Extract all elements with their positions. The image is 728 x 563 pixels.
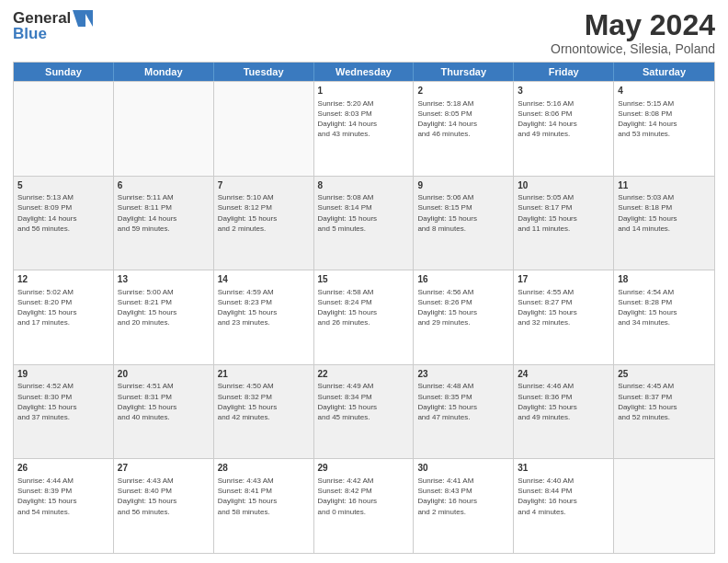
cal-week-4: 19Sunrise: 4:52 AM Sunset: 8:30 PM Dayli… — [14, 364, 714, 459]
day-number: 11 — [618, 179, 711, 192]
day-number: 18 — [618, 273, 711, 286]
day-number: 25 — [618, 368, 711, 381]
cal-cell: 11Sunrise: 5:03 AM Sunset: 8:18 PM Dayli… — [614, 177, 714, 270]
cal-cell — [114, 82, 214, 176]
cal-header-friday: Friday — [514, 63, 614, 81]
day-number: 10 — [518, 179, 609, 192]
day-info: Sunrise: 5:10 AM Sunset: 8:12 PM Dayligh… — [218, 192, 310, 234]
cal-cell: 28Sunrise: 4:43 AM Sunset: 8:41 PM Dayli… — [214, 459, 314, 553]
day-number: 3 — [518, 85, 609, 98]
day-number: 31 — [518, 462, 609, 475]
day-info: Sunrise: 4:59 AM Sunset: 8:23 PM Dayligh… — [218, 287, 310, 328]
day-info: Sunrise: 5:08 AM Sunset: 8:14 PM Dayligh… — [318, 192, 410, 234]
cal-cell: 2Sunrise: 5:18 AM Sunset: 8:05 PM Daylig… — [414, 82, 514, 176]
logo-icon — [73, 10, 93, 27]
cal-cell: 17Sunrise: 4:55 AM Sunset: 8:27 PM Dayli… — [514, 270, 614, 364]
day-info: Sunrise: 4:44 AM Sunset: 8:39 PM Dayligh… — [17, 476, 109, 517]
cal-cell: 9Sunrise: 5:06 AM Sunset: 8:15 PM Daylig… — [414, 177, 514, 270]
day-number: 16 — [417, 273, 509, 286]
day-number: 13 — [118, 273, 210, 286]
day-number: 28 — [218, 462, 310, 475]
day-number: 6 — [118, 179, 210, 192]
cal-cell: 22Sunrise: 4:49 AM Sunset: 8:34 PM Dayli… — [314, 365, 415, 459]
day-number: 9 — [417, 179, 509, 192]
cal-cell: 16Sunrise: 4:56 AM Sunset: 8:26 PM Dayli… — [414, 270, 514, 364]
cal-header-saturday: Saturday — [614, 63, 714, 81]
day-number: 19 — [17, 368, 109, 381]
cal-cell: 1Sunrise: 5:20 AM Sunset: 8:03 PM Daylig… — [314, 82, 415, 176]
cal-cell: 6Sunrise: 5:11 AM Sunset: 8:11 PM Daylig… — [114, 177, 214, 270]
day-info: Sunrise: 4:51 AM Sunset: 8:31 PM Dayligh… — [118, 381, 210, 422]
day-info: Sunrise: 5:00 AM Sunset: 8:21 PM Dayligh… — [118, 287, 210, 328]
day-info: Sunrise: 4:49 AM Sunset: 8:34 PM Dayligh… — [318, 381, 410, 422]
day-number: 29 — [318, 462, 410, 475]
day-info: Sunrise: 5:16 AM Sunset: 8:06 PM Dayligh… — [518, 98, 609, 140]
day-info: Sunrise: 5:11 AM Sunset: 8:11 PM Dayligh… — [118, 192, 210, 234]
calendar-header: SundayMondayTuesdayWednesdayThursdayFrid… — [14, 63, 714, 81]
cal-cell: 26Sunrise: 4:44 AM Sunset: 8:39 PM Dayli… — [14, 459, 114, 553]
day-info: Sunrise: 4:54 AM Sunset: 8:28 PM Dayligh… — [618, 287, 711, 328]
cal-week-2: 5Sunrise: 5:13 AM Sunset: 8:09 PM Daylig… — [14, 176, 714, 270]
day-info: Sunrise: 4:58 AM Sunset: 8:24 PM Dayligh… — [318, 287, 410, 328]
cal-header-monday: Monday — [114, 63, 214, 81]
cal-cell: 30Sunrise: 4:41 AM Sunset: 8:43 PM Dayli… — [414, 459, 514, 553]
cal-cell: 23Sunrise: 4:48 AM Sunset: 8:35 PM Dayli… — [414, 365, 514, 459]
day-info: Sunrise: 4:55 AM Sunset: 8:27 PM Dayligh… — [518, 287, 609, 328]
cal-header-wednesday: Wednesday — [314, 63, 415, 81]
cal-cell: 13Sunrise: 5:00 AM Sunset: 8:21 PM Dayli… — [114, 270, 214, 364]
day-info: Sunrise: 5:15 AM Sunset: 8:08 PM Dayligh… — [618, 98, 711, 140]
day-number: 24 — [518, 368, 609, 381]
cal-week-3: 12Sunrise: 5:02 AM Sunset: 8:20 PM Dayli… — [14, 270, 714, 364]
cal-cell: 3Sunrise: 5:16 AM Sunset: 8:06 PM Daylig… — [514, 82, 614, 176]
cal-cell: 24Sunrise: 4:46 AM Sunset: 8:36 PM Dayli… — [514, 365, 614, 459]
cal-cell: 12Sunrise: 5:02 AM Sunset: 8:20 PM Dayli… — [14, 270, 114, 364]
cal-cell: 21Sunrise: 4:50 AM Sunset: 8:32 PM Dayli… — [214, 365, 314, 459]
cal-cell: 19Sunrise: 4:52 AM Sunset: 8:30 PM Dayli… — [14, 365, 114, 459]
cal-header-thursday: Thursday — [414, 63, 514, 81]
day-number: 5 — [17, 179, 109, 192]
cal-header-tuesday: Tuesday — [214, 63, 314, 81]
day-number: 22 — [318, 368, 410, 381]
day-number: 4 — [618, 85, 711, 98]
day-info: Sunrise: 5:20 AM Sunset: 8:03 PM Dayligh… — [318, 98, 410, 140]
day-number: 2 — [417, 85, 509, 98]
day-info: Sunrise: 4:43 AM Sunset: 8:41 PM Dayligh… — [218, 476, 310, 517]
cal-week-1: 1Sunrise: 5:20 AM Sunset: 8:03 PM Daylig… — [14, 81, 714, 176]
day-number: 23 — [417, 368, 509, 381]
calendar: SundayMondayTuesdayWednesdayThursdayFrid… — [13, 62, 715, 554]
day-number: 20 — [118, 368, 210, 381]
main-title: May 2024 — [551, 9, 715, 41]
day-number: 30 — [417, 462, 509, 475]
cal-cell: 20Sunrise: 4:51 AM Sunset: 8:31 PM Dayli… — [114, 365, 214, 459]
day-info: Sunrise: 4:43 AM Sunset: 8:40 PM Dayligh… — [118, 476, 210, 517]
day-number: 15 — [318, 273, 410, 286]
logo: General Blue — [13, 9, 93, 43]
svg-marker-0 — [73, 10, 93, 27]
cal-cell — [614, 459, 714, 553]
day-info: Sunrise: 5:13 AM Sunset: 8:09 PM Dayligh… — [17, 192, 109, 234]
day-info: Sunrise: 5:03 AM Sunset: 8:18 PM Dayligh… — [618, 192, 711, 234]
day-info: Sunrise: 5:06 AM Sunset: 8:15 PM Dayligh… — [417, 192, 509, 234]
day-number: 8 — [318, 179, 410, 192]
cal-cell: 8Sunrise: 5:08 AM Sunset: 8:14 PM Daylig… — [314, 177, 415, 270]
cal-cell: 15Sunrise: 4:58 AM Sunset: 8:24 PM Dayli… — [314, 270, 415, 364]
day-number: 1 — [318, 85, 410, 98]
day-info: Sunrise: 4:48 AM Sunset: 8:35 PM Dayligh… — [417, 381, 509, 422]
cal-cell: 5Sunrise: 5:13 AM Sunset: 8:09 PM Daylig… — [14, 177, 114, 270]
page: General Blue May 2024 Ornontowice, Siles… — [0, 0, 728, 563]
calendar-body: 1Sunrise: 5:20 AM Sunset: 8:03 PM Daylig… — [14, 81, 714, 553]
cal-cell: 18Sunrise: 4:54 AM Sunset: 8:28 PM Dayli… — [614, 270, 714, 364]
subtitle: Ornontowice, Silesia, Poland — [551, 41, 715, 56]
day-info: Sunrise: 4:40 AM Sunset: 8:44 PM Dayligh… — [518, 476, 609, 517]
cal-header-sunday: Sunday — [14, 63, 114, 81]
day-number: 12 — [17, 273, 109, 286]
header: General Blue May 2024 Ornontowice, Siles… — [13, 9, 715, 56]
title-area: May 2024 Ornontowice, Silesia, Poland — [551, 9, 715, 56]
day-info: Sunrise: 4:41 AM Sunset: 8:43 PM Dayligh… — [417, 476, 509, 517]
cal-cell: 25Sunrise: 4:45 AM Sunset: 8:37 PM Dayli… — [614, 365, 714, 459]
day-info: Sunrise: 4:56 AM Sunset: 8:26 PM Dayligh… — [417, 287, 509, 328]
day-number: 26 — [17, 462, 109, 475]
day-info: Sunrise: 4:50 AM Sunset: 8:32 PM Dayligh… — [218, 381, 310, 422]
day-number: 27 — [118, 462, 210, 475]
cal-cell: 29Sunrise: 4:42 AM Sunset: 8:42 PM Dayli… — [314, 459, 415, 553]
